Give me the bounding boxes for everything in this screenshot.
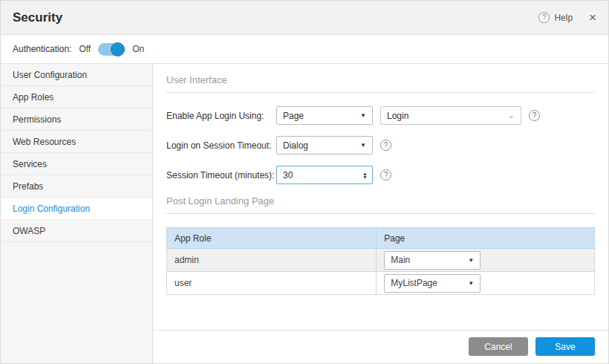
sidebar-item-login-configuration[interactable]: Login Configuration — [1, 198, 152, 220]
dialog-body: User Configuration App Roles Permissions… — [1, 64, 608, 363]
help-icon[interactable]: ? — [529, 110, 540, 121]
close-icon[interactable]: × — [589, 11, 596, 24]
toggle-knob — [111, 42, 125, 56]
footer-bar: Cancel Save — [153, 330, 608, 363]
section-title-user-interface: User Interface — [166, 74, 595, 93]
sidebar-item-user-configuration[interactable]: User Configuration — [1, 64, 152, 86]
login-page-select[interactable]: Login ⌄ — [380, 106, 521, 125]
app-role-cell: user — [167, 272, 377, 295]
dialog-header: Security ? Help × — [1, 1, 608, 35]
sidebar-item-label: Web Resources — [13, 137, 76, 147]
session-timeout-minutes-row: Session Timeout (minutes): ▲▼ ? — [166, 166, 595, 184]
sidebar-item-web-resources[interactable]: Web Resources — [1, 131, 152, 153]
admin-page-value: Main — [391, 255, 410, 265]
help-icon: ? — [538, 12, 550, 23]
session-timeout-input[interactable] — [283, 170, 350, 181]
sidebar-item-owasp[interactable]: OWASP — [1, 220, 152, 242]
toggle-off-label: Off — [79, 44, 91, 54]
sidebar-item-label: App Roles — [13, 92, 53, 103]
sidebar-item-label: Prefabs — [13, 181, 43, 192]
admin-page-select[interactable]: Main ▼ — [384, 251, 481, 270]
sidebar-item-app-roles[interactable]: App Roles — [1, 86, 152, 108]
number-stepper-icon[interactable]: ▲▼ — [362, 172, 368, 179]
post-login-table: App Role Page admin Main ▼ — [166, 227, 595, 295]
column-header-page: Page — [377, 228, 595, 249]
caret-down-icon: ▼ — [468, 257, 474, 264]
sidebar-item-label: Permissions — [13, 114, 61, 125]
column-header-app-role: App Role — [167, 228, 377, 249]
session-timeout-type-row: Login on Session Timeout: Dialog ▼ ? — [166, 136, 595, 155]
login-type-select[interactable]: Page ▼ — [276, 106, 373, 125]
help-icon[interactable]: ? — [380, 140, 391, 151]
login-page-value: Login — [387, 111, 408, 121]
user-page-value: MyListPage — [391, 278, 437, 288]
sidebar-item-services[interactable]: Services — [1, 153, 152, 175]
sidebar-item-permissions[interactable]: Permissions — [1, 108, 152, 131]
sidebar-item-label: Login Configuration — [13, 204, 90, 214]
sidebar-item-prefabs[interactable]: Prefabs — [1, 175, 152, 198]
section-title-post-login: Post Login Landing Page — [166, 195, 595, 214]
authentication-row: Authentication: Off On — [1, 35, 608, 64]
chevron-down-icon: ⌄ — [508, 111, 515, 120]
enable-app-login-row: Enable App Login Using: Page ▼ Login ⌄ ? — [166, 106, 595, 125]
main-content: User Interface Enable App Login Using: P… — [153, 64, 608, 330]
help-icon[interactable]: ? — [380, 169, 391, 181]
session-timeout-type-label: Login on Session Timeout: — [166, 140, 276, 151]
toggle-on-label: On — [132, 44, 144, 54]
sidebar-item-label: User Configuration — [13, 70, 87, 80]
login-type-value: Page — [283, 111, 304, 121]
table-row: admin Main ▼ — [167, 249, 595, 272]
authentication-label: Authentication: — [13, 44, 71, 54]
caret-down-icon: ▼ — [468, 280, 474, 287]
app-role-cell: admin — [167, 249, 377, 272]
help-label: Help — [554, 13, 573, 23]
timeout-type-value: Dialog — [283, 140, 308, 151]
caret-down-icon: ▼ — [360, 142, 366, 149]
timeout-type-select[interactable]: Dialog ▼ — [276, 136, 373, 155]
sidebar-item-label: Services — [13, 159, 47, 169]
sidebar-item-label: OWASP — [13, 226, 45, 236]
session-timeout-minutes-label: Session Timeout (minutes): — [166, 170, 276, 181]
user-page-select[interactable]: MyListPage ▼ — [384, 274, 481, 293]
page-title: Security — [13, 10, 62, 25]
cancel-button[interactable]: Cancel — [469, 337, 528, 356]
table-header-row: App Role Page — [167, 228, 595, 249]
save-button[interactable]: Save — [535, 337, 595, 356]
caret-down-icon: ▼ — [360, 112, 366, 119]
table-row: user MyListPage ▼ — [167, 272, 595, 295]
security-dialog: Security ? Help × Authentication: Off On… — [0, 0, 609, 364]
page-cell: MyListPage ▼ — [377, 272, 595, 295]
enable-app-login-label: Enable App Login Using: — [166, 111, 276, 121]
auth-toggle[interactable] — [98, 43, 125, 56]
session-timeout-input-wrap: ▲▼ — [276, 166, 373, 184]
page-cell: Main ▼ — [377, 249, 595, 272]
sidebar: User Configuration App Roles Permissions… — [1, 64, 153, 363]
help-button[interactable]: ? Help — [538, 12, 573, 23]
main-panel: User Interface Enable App Login Using: P… — [153, 64, 608, 363]
